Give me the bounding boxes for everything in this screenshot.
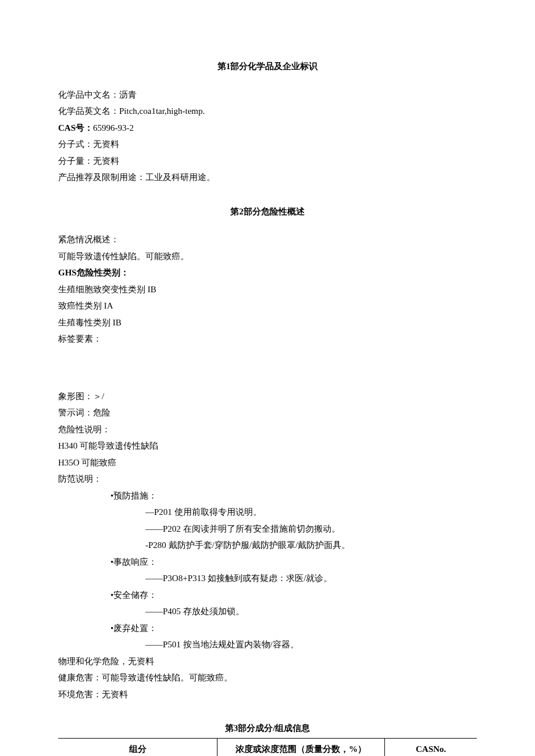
molecular-weight: 分子量：无资料 — [58, 153, 477, 170]
precaution-label: 防范说明： — [58, 471, 477, 488]
table-header: 组分 — [58, 738, 217, 756]
physchem-hazard: 物理和化学危险，无资料 — [58, 653, 477, 670]
hazard-item: H340 可能导致遗传性缺陷 — [58, 438, 477, 454]
section-suffix: 部分化学品及企业标识 — [230, 62, 318, 71]
hazard-label: 危险性说明： — [58, 421, 477, 438]
env-hazard: 环境危害：无资料 — [58, 686, 477, 703]
ghs-item: 致癌性类别 IA — [58, 298, 477, 314]
precaution-item: ——P3O8+P313 如接触到或有疑虑：求医/就诊。 — [58, 570, 477, 587]
precaution-item: —P201 使用前取得专用说明。 — [58, 504, 477, 521]
health-hazard: 健康危害：可能导致遗传性缺陷。可能致癌。 — [58, 669, 477, 686]
cas-mid: 号： — [76, 123, 93, 132]
label: 物理和化学危险， — [58, 657, 128, 666]
hazard-item: H35O 可能致癌 — [58, 454, 477, 471]
label: 分子量： — [58, 156, 93, 166]
section-suffix: 部分成分/组成信息 — [238, 723, 310, 733]
label: 化学品中文名： — [58, 90, 119, 99]
section-3-title: 第3部分成分/组成信息 — [58, 720, 477, 737]
label: 分子式： — [58, 139, 93, 149]
table-header-row: 组分 浓度或浓度范围（质量分数，%） CASNo. — [58, 738, 477, 756]
chemical-name-en: 化学品英文名：Pitch,coa1tar,high-temp. — [58, 103, 477, 120]
precaution-item: ——P405 存放处须加锁。 — [58, 603, 477, 620]
value: 无资料 — [93, 139, 119, 149]
cas-value: 65996-93-2 — [93, 123, 134, 132]
label: 健康危害： — [58, 673, 102, 682]
cas-label: CAS — [58, 123, 76, 132]
value: 可能导致遗传性缺陷。可能致癌。 — [102, 673, 233, 682]
ghs-item: 生殖毒性类别 IB — [58, 314, 477, 331]
cas-number: CAS号：65996-93-2 — [58, 120, 477, 137]
section-suffix: 部分危险性概述 — [244, 207, 305, 216]
section-number: 2 — [239, 207, 244, 216]
composition-table: 组分 浓度或浓度范围（质量分数，%） CASNo. — [58, 738, 477, 757]
precaution-item: -P280 戴防护手套/穿防护服/戴防护眼罩/戴防护面具。 — [58, 537, 477, 554]
signal-word: 警示词：危险 — [58, 404, 477, 421]
value: 无资料 — [128, 657, 154, 666]
ghs-item: 生殖细胞致突变性类别 IB — [58, 281, 477, 298]
emergency-value: 可能导致遗传性缺陷。可能致癌。 — [58, 248, 477, 265]
molecular-formula: 分子式：无资料 — [58, 136, 477, 153]
precaution-item: ——P202 在阅读并明了所有安全措施前切勿搬动。 — [58, 521, 477, 538]
precaution-group-title: •废弃处置： — [58, 620, 477, 637]
ghs-en: GHS — [58, 268, 77, 277]
value: 沥青 — [119, 90, 137, 99]
section-prefix: 第 — [230, 207, 239, 216]
table-header: 浓度或浓度范围（质量分数，%） — [217, 738, 385, 756]
product-use: 产品推荐及限制用途：工业及科研用途。 — [58, 169, 477, 186]
value: 无资料 — [93, 156, 119, 166]
pictogram: 象形图：＞/ — [58, 388, 477, 405]
label: 化学品英文名： — [58, 106, 119, 116]
value: 工业及科研用途。 — [145, 173, 215, 182]
precaution-item: ——P501 按当地法规处置内装物/容器。 — [58, 636, 477, 653]
chemical-name-cn: 化学品中文名：沥青 — [58, 87, 477, 103]
emergency-label: 紧急情况概述： — [58, 231, 477, 248]
label: 环境危害： — [58, 690, 102, 699]
label-elements: 标签要素： — [58, 331, 477, 347]
value: 无资料 — [102, 690, 128, 699]
section-1-title: 第1部分化学品及企业标识 — [58, 58, 477, 75]
ghs-suffix: 危险性类别： — [77, 268, 129, 277]
label: 产品推荐及限制用途： — [58, 173, 145, 182]
ghs-label: GHS危险性类别： — [58, 264, 477, 281]
section-2-title: 第2部分危险性概述 — [58, 203, 477, 220]
precaution-group-title: •安全储存： — [58, 587, 477, 604]
precaution-group-title: •预防措施： — [58, 488, 477, 504]
section-prefix: 第 — [217, 62, 226, 71]
section-prefix: 第 — [225, 723, 234, 733]
value: Pitch,coa1tar,high-temp. — [119, 106, 205, 116]
table-header: CASNo. — [385, 738, 477, 756]
precaution-group-title: •事故响应： — [58, 554, 477, 571]
